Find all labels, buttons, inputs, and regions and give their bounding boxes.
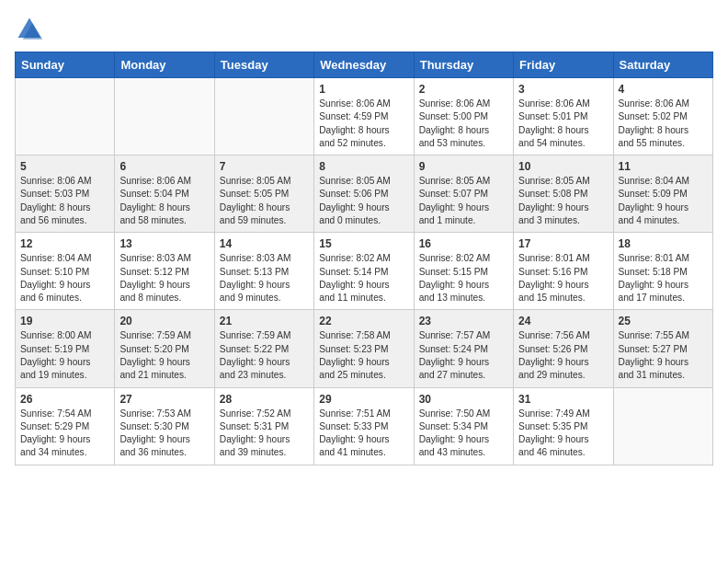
calendar-day-cell: 3Sunrise: 8:06 AM Sunset: 5:01 PM Daylig… (514, 78, 613, 155)
calendar-day-cell: 15Sunrise: 8:02 AM Sunset: 5:14 PM Dayli… (314, 233, 414, 310)
day-number: 11 (619, 160, 708, 173)
day-number: 19 (20, 315, 109, 327)
calendar-week-row: 12Sunrise: 8:04 AM Sunset: 5:10 PM Dayli… (16, 233, 713, 310)
logo (15, 15, 48, 44)
day-info: Sunrise: 7:54 AM Sunset: 5:29 PM Dayligh… (20, 408, 109, 460)
logo-icon (15, 15, 44, 44)
day-info: Sunrise: 8:04 AM Sunset: 5:09 PM Dayligh… (619, 175, 708, 227)
day-info: Sunrise: 8:06 AM Sunset: 4:59 PM Dayligh… (319, 98, 408, 150)
day-info: Sunrise: 8:05 AM Sunset: 5:08 PM Dayligh… (518, 175, 608, 227)
day-info: Sunrise: 7:49 AM Sunset: 5:35 PM Dayligh… (518, 408, 608, 460)
day-info: Sunrise: 8:02 AM Sunset: 5:15 PM Dayligh… (419, 252, 508, 304)
day-number: 8 (319, 160, 408, 173)
day-number: 27 (119, 393, 209, 406)
day-info: Sunrise: 8:06 AM Sunset: 5:00 PM Dayligh… (419, 98, 508, 150)
weekday-header-row: SundayMondayTuesdayWednesdayThursdayFrid… (16, 52, 713, 78)
calendar-day-cell: 18Sunrise: 8:01 AM Sunset: 5:18 PM Dayli… (613, 233, 712, 310)
day-info: Sunrise: 8:05 AM Sunset: 5:05 PM Dayligh… (220, 175, 309, 227)
day-info: Sunrise: 7:56 AM Sunset: 5:26 PM Dayligh… (518, 329, 608, 382)
calendar-day-cell: 28Sunrise: 7:52 AM Sunset: 5:31 PM Dayli… (214, 387, 313, 465)
day-info: Sunrise: 8:06 AM Sunset: 5:01 PM Dayligh… (518, 98, 608, 150)
calendar-day-cell: 6Sunrise: 8:06 AM Sunset: 5:04 PM Daylig… (115, 155, 214, 233)
weekday-header-cell: Saturday (613, 52, 712, 78)
day-number: 2 (419, 83, 508, 96)
day-number: 1 (319, 83, 408, 96)
day-info: Sunrise: 7:58 AM Sunset: 5:23 PM Dayligh… (319, 329, 408, 382)
day-info: Sunrise: 8:06 AM Sunset: 5:04 PM Dayligh… (119, 175, 209, 227)
day-number: 26 (20, 393, 109, 406)
day-number: 25 (619, 315, 708, 327)
day-info: Sunrise: 8:00 AM Sunset: 5:19 PM Dayligh… (20, 329, 109, 382)
day-info: Sunrise: 7:52 AM Sunset: 5:31 PM Dayligh… (220, 408, 309, 460)
calendar-week-row: 26Sunrise: 7:54 AM Sunset: 5:29 PM Dayli… (16, 387, 713, 465)
day-number: 29 (319, 393, 408, 406)
weekday-header-cell: Monday (115, 52, 214, 78)
page-header (15, 15, 713, 44)
day-info: Sunrise: 7:50 AM Sunset: 5:34 PM Dayligh… (419, 408, 508, 460)
day-info: Sunrise: 7:59 AM Sunset: 5:20 PM Dayligh… (119, 329, 209, 382)
calendar-day-cell: 12Sunrise: 8:04 AM Sunset: 5:10 PM Dayli… (16, 233, 115, 310)
day-number: 22 (319, 315, 408, 327)
day-number: 3 (518, 83, 608, 96)
calendar-day-cell: 13Sunrise: 8:03 AM Sunset: 5:12 PM Dayli… (115, 233, 214, 310)
day-number: 17 (518, 237, 608, 250)
day-number: 10 (518, 160, 608, 173)
day-number: 13 (119, 237, 209, 250)
calendar-day-cell: 27Sunrise: 7:53 AM Sunset: 5:30 PM Dayli… (115, 387, 214, 465)
day-info: Sunrise: 7:53 AM Sunset: 5:30 PM Dayligh… (119, 408, 209, 460)
calendar-day-cell (214, 78, 313, 155)
day-number: 4 (619, 83, 708, 96)
day-info: Sunrise: 7:51 AM Sunset: 5:33 PM Dayligh… (319, 408, 408, 460)
calendar-day-cell: 31Sunrise: 7:49 AM Sunset: 5:35 PM Dayli… (514, 387, 613, 465)
day-number: 16 (419, 237, 508, 250)
calendar-day-cell (16, 78, 115, 155)
weekday-header-cell: Wednesday (314, 52, 414, 78)
day-number: 9 (419, 160, 508, 173)
calendar-week-row: 1Sunrise: 8:06 AM Sunset: 4:59 PM Daylig… (16, 78, 713, 155)
day-number: 18 (619, 237, 708, 250)
day-number: 28 (220, 393, 309, 406)
calendar-day-cell: 8Sunrise: 8:05 AM Sunset: 5:06 PM Daylig… (314, 155, 414, 233)
day-number: 21 (220, 315, 309, 327)
calendar-day-cell: 17Sunrise: 8:01 AM Sunset: 5:16 PM Dayli… (514, 233, 613, 310)
calendar-day-cell: 10Sunrise: 8:05 AM Sunset: 5:08 PM Dayli… (514, 155, 613, 233)
calendar-day-cell: 30Sunrise: 7:50 AM Sunset: 5:34 PM Dayli… (414, 387, 513, 465)
calendar-day-cell: 5Sunrise: 8:06 AM Sunset: 5:03 PM Daylig… (16, 155, 115, 233)
calendar-day-cell: 16Sunrise: 8:02 AM Sunset: 5:15 PM Dayli… (414, 233, 513, 310)
weekday-header-cell: Sunday (16, 52, 115, 78)
day-number: 30 (419, 393, 508, 406)
day-info: Sunrise: 8:02 AM Sunset: 5:14 PM Dayligh… (319, 252, 408, 304)
day-number: 15 (319, 237, 408, 250)
day-number: 7 (220, 160, 309, 173)
calendar-day-cell: 11Sunrise: 8:04 AM Sunset: 5:09 PM Dayli… (613, 155, 712, 233)
calendar-day-cell: 9Sunrise: 8:05 AM Sunset: 5:07 PM Daylig… (414, 155, 513, 233)
day-info: Sunrise: 8:01 AM Sunset: 5:18 PM Dayligh… (619, 252, 708, 304)
weekday-header-cell: Tuesday (214, 52, 313, 78)
day-info: Sunrise: 7:59 AM Sunset: 5:22 PM Dayligh… (220, 329, 309, 382)
calendar-week-row: 19Sunrise: 8:00 AM Sunset: 5:19 PM Dayli… (16, 310, 713, 387)
calendar-day-cell: 20Sunrise: 7:59 AM Sunset: 5:20 PM Dayli… (115, 310, 214, 387)
day-info: Sunrise: 7:55 AM Sunset: 5:27 PM Dayligh… (619, 329, 708, 382)
day-info: Sunrise: 8:03 AM Sunset: 5:12 PM Dayligh… (119, 252, 209, 304)
day-number: 20 (119, 315, 209, 327)
calendar-day-cell: 1Sunrise: 8:06 AM Sunset: 4:59 PM Daylig… (314, 78, 414, 155)
day-number: 31 (518, 393, 608, 406)
calendar-day-cell: 22Sunrise: 7:58 AM Sunset: 5:23 PM Dayli… (314, 310, 414, 387)
calendar-day-cell: 21Sunrise: 7:59 AM Sunset: 5:22 PM Dayli… (214, 310, 313, 387)
day-number: 24 (518, 315, 608, 327)
calendar-day-cell (115, 78, 214, 155)
day-info: Sunrise: 8:04 AM Sunset: 5:10 PM Dayligh… (20, 252, 109, 304)
calendar-day-cell: 24Sunrise: 7:56 AM Sunset: 5:26 PM Dayli… (514, 310, 613, 387)
calendar-day-cell: 29Sunrise: 7:51 AM Sunset: 5:33 PM Dayli… (314, 387, 414, 465)
day-number: 12 (20, 237, 109, 250)
calendar-week-row: 5Sunrise: 8:06 AM Sunset: 5:03 PM Daylig… (16, 155, 713, 233)
day-number: 14 (220, 237, 309, 250)
calendar-table: SundayMondayTuesdayWednesdayThursdayFrid… (15, 52, 713, 465)
calendar-day-cell: 4Sunrise: 8:06 AM Sunset: 5:02 PM Daylig… (613, 78, 712, 155)
day-info: Sunrise: 8:06 AM Sunset: 5:02 PM Dayligh… (619, 98, 708, 150)
calendar-day-cell: 25Sunrise: 7:55 AM Sunset: 5:27 PM Dayli… (613, 310, 712, 387)
day-number: 5 (20, 160, 109, 173)
calendar-day-cell: 19Sunrise: 8:00 AM Sunset: 5:19 PM Dayli… (16, 310, 115, 387)
weekday-header-cell: Thursday (414, 52, 513, 78)
calendar-day-cell (613, 387, 712, 465)
